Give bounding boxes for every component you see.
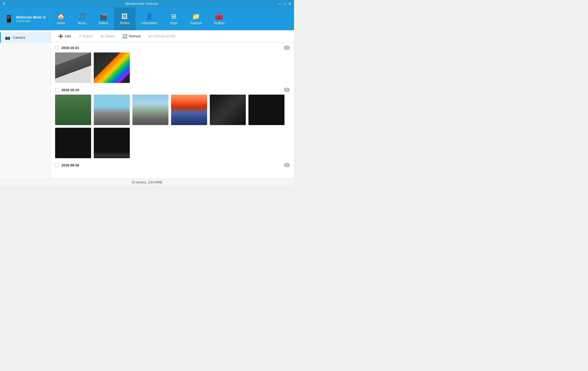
date-header-1: 2016-10-21 2 <box>55 46 290 50</box>
nav-photos-label: Photos <box>120 21 130 25</box>
maximize-button[interactable]: □ <box>284 2 286 6</box>
delete-label: Delete <box>105 34 115 38</box>
photo-thumb-7[interactable] <box>210 95 246 125</box>
refresh-icon: 🔄 <box>122 34 127 39</box>
date-group-2016-10-21: 2016-10-21 2 <box>55 46 290 83</box>
nav-item-explorer[interactable]: 📁 Explorer <box>184 7 208 30</box>
photo-row-1 <box>55 52 290 83</box>
minimize-button[interactable]: — <box>278 2 282 6</box>
add-button[interactable]: ➕ Add <box>55 33 74 40</box>
gif-icon: ⇄ <box>148 34 152 39</box>
convert-to-gif-button[interactable]: ⇄ Convert to GIF <box>145 33 179 40</box>
photo-grid-area: 2016-10-21 2 20 <box>51 42 294 179</box>
nav-information-label: Information <box>141 21 157 25</box>
photo-thumb-8[interactable] <box>248 95 284 125</box>
date-header-2: 2016-10-14 8 <box>55 88 290 92</box>
nav-item-home[interactable]: 🏠 Home <box>50 7 72 30</box>
device-name: Motorola Moto G <box>16 15 46 19</box>
nav-bar: 📱 Motorola Moto G Connected 🏠 Home 🎵 Mus… <box>0 7 294 30</box>
photo-row-2 <box>55 95 290 125</box>
photo-scene-2 <box>94 52 130 83</box>
date-checkbox-2[interactable] <box>55 88 59 92</box>
toolbar: ➕ Add ↗ Export ⊖ Delete 🔄 Refresh ⇄ Conv… <box>51 30 294 42</box>
device-status: Connected <box>16 19 46 23</box>
sidebar: 📷 Camera <box>0 30 51 179</box>
photo-thumb-10[interactable] <box>94 128 130 158</box>
photos-icon: 🖼 <box>122 13 128 20</box>
date-checkbox-3[interactable] <box>55 163 59 167</box>
add-label: Add <box>65 34 71 38</box>
date-header-left-2: 2016-10-14 <box>55 88 79 92</box>
photo-row-2b <box>55 128 290 158</box>
photo-scene-10 <box>94 128 130 158</box>
sidebar-item-camera[interactable]: 📷 Camera <box>0 32 51 43</box>
camera-icon: 📷 <box>5 35 10 40</box>
photo-scene-7 <box>210 95 246 125</box>
date-group-2016-10-14: 2016-10-14 8 <box>55 88 290 158</box>
delete-icon: ⊖ <box>100 34 104 39</box>
nav-explorer-label: Explorer <box>190 21 202 25</box>
main-layout: 📷 Camera ➕ Add ↗ Export ⊖ Delete 🔄 Refre… <box>0 30 294 179</box>
date-group-2016-09-30: 2016-09-30 3 <box>55 163 290 167</box>
photo-scene-3 <box>55 95 91 125</box>
photo-scene-6 <box>171 95 207 125</box>
sidebar-camera-label: Camera <box>13 36 25 39</box>
nav-videos-label: Videos <box>99 21 108 25</box>
nav-toolbox-label: Toolbox <box>214 21 225 25</box>
refresh-button[interactable]: 🔄 Refresh <box>119 33 144 40</box>
apps-icon: ⊞ <box>171 13 176 20</box>
app-title: Wondershare TunesGo <box>6 2 278 6</box>
export-label: Export <box>83 34 93 38</box>
nav-apps-label: Apps <box>170 21 177 25</box>
date-label-3: 2016-09-30 <box>61 163 79 167</box>
information-icon: 👤 <box>145 13 153 20</box>
date-count-1: 2 <box>284 46 290 50</box>
photo-thumb-2[interactable] <box>94 52 130 83</box>
toolbox-icon: 🧰 <box>215 13 223 20</box>
delete-button[interactable]: ⊖ Delete <box>97 33 118 40</box>
export-icon: ↗ <box>78 34 82 39</box>
date-count-2: 8 <box>284 88 290 92</box>
photo-scene-9 <box>55 128 91 158</box>
photo-thumb-5[interactable] <box>132 95 168 125</box>
date-header-3: 2016-09-30 3 <box>55 163 290 167</box>
date-count-3: 3 <box>284 163 290 167</box>
nav-item-apps[interactable]: ⊞ Apps <box>163 7 184 30</box>
photo-thumb-9[interactable] <box>55 128 91 158</box>
nav-home-label: Home <box>57 21 65 25</box>
photo-thumb-4[interactable] <box>94 95 130 125</box>
nav-items: 🏠 Home 🎵 Music 🎬 Videos 🖼 Photos 👤 Infor… <box>50 7 294 30</box>
photo-scene-5 <box>132 95 168 125</box>
explorer-icon: 📁 <box>192 13 200 20</box>
nav-item-photos[interactable]: 🖼 Photos <box>114 7 135 30</box>
photo-scene-1 <box>55 52 91 83</box>
device-icon: 📱 <box>4 15 14 23</box>
convert-gif-label: Convert to GIF <box>153 34 176 38</box>
window-controls: — □ ✕ <box>278 2 291 6</box>
content-area: ➕ Add ↗ Export ⊖ Delete 🔄 Refresh ⇄ Conv… <box>51 30 294 179</box>
photo-scene-4 <box>94 95 130 125</box>
nav-item-music[interactable]: 🎵 Music <box>72 7 93 30</box>
export-button[interactable]: ↗ Export <box>75 33 96 40</box>
date-label-2: 2016-10-14 <box>61 88 79 92</box>
status-bar: 63 item(s), 108.04MB <box>0 179 294 186</box>
menu-icon[interactable]: ☰ <box>3 2 6 6</box>
date-checkbox-1[interactable] <box>55 46 59 50</box>
photo-thumb-3[interactable] <box>55 95 91 125</box>
nav-item-toolbox[interactable]: 🧰 Toolbox <box>208 7 230 30</box>
nav-item-videos[interactable]: 🎬 Videos <box>93 7 114 30</box>
photo-scene-8 <box>248 95 284 125</box>
music-icon: 🎵 <box>78 13 86 20</box>
title-bar: ☰ Wondershare TunesGo — □ ✕ <box>0 0 294 7</box>
photo-thumb-6[interactable] <box>171 95 207 125</box>
videos-icon: 🎬 <box>99 13 107 20</box>
title-bar-left: ☰ <box>3 2 6 6</box>
device-info: 📱 Motorola Moto G Connected <box>0 7 50 30</box>
nav-music-label: Music <box>78 21 86 25</box>
close-button[interactable]: ✕ <box>288 2 291 6</box>
nav-item-information[interactable]: 👤 Information <box>136 7 163 30</box>
refresh-label: Refresh <box>129 34 141 38</box>
home-icon: 🏠 <box>57 13 65 20</box>
photo-thumb-1[interactable] <box>55 52 91 83</box>
date-label-1: 2016-10-21 <box>61 46 79 50</box>
